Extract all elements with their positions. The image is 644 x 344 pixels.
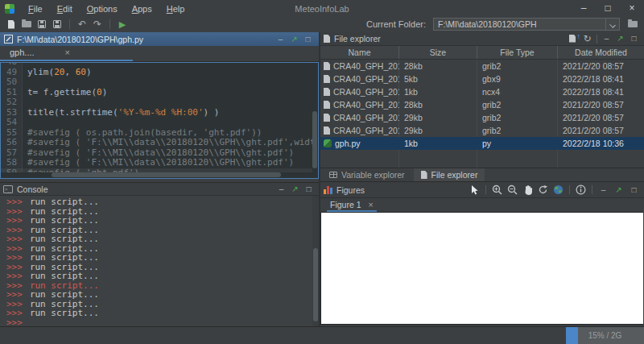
file-name: CRA40_GPH_2018012... [333, 100, 399, 110]
save-button[interactable] [35, 19, 48, 30]
panel-restore-icon[interactable]: □ [627, 33, 641, 44]
console-scrollbar[interactable] [312, 196, 319, 326]
new-file-icon [8, 20, 14, 29]
scrollbar-thumb[interactable] [313, 248, 318, 321]
code-token: #savefig ( 'F:\\MI\\data\\20180120\\GPH\… [27, 147, 294, 158]
window-minimize-button[interactable]: – [572, 0, 596, 18]
code-token: 60 [76, 67, 86, 77]
panel-minimize-icon[interactable]: – [600, 33, 613, 44]
scrollbar-thumb[interactable] [312, 111, 317, 168]
line-number: 52 [1, 97, 23, 108]
explorer-tab-bar: Variable explorer File explorer [320, 168, 644, 182]
figures-chart-icon [324, 186, 332, 194]
parent-folder-button[interactable] [567, 32, 580, 45]
info-button[interactable] [574, 184, 588, 197]
code-line: 49ylim(20, 60) [1, 68, 312, 78]
file-type-cell: grib2 [477, 100, 558, 110]
panel-restore-icon[interactable]: □ [301, 34, 315, 45]
panel-float-icon[interactable]: ↗ [612, 184, 625, 196]
menu-item-apps[interactable]: Apps [125, 0, 159, 18]
file-name: CRA40_GPH_2018012... [333, 87, 399, 97]
file-icon [324, 114, 330, 122]
open-folder-icon [22, 21, 31, 27]
open-file-button[interactable] [20, 19, 33, 30]
scrollbar-thumb[interactable] [52, 172, 282, 177]
editor-tab-gph[interactable]: gph.... × [0, 45, 133, 61]
window-maximize-button[interactable]: □ [596, 0, 620, 18]
figures-panel: Figures [320, 182, 644, 326]
tab-figure-1[interactable]: Figure 1 × [327, 198, 377, 212]
pointer-tool-button[interactable] [468, 184, 481, 197]
console-panel-controls: – ↗ □ [275, 184, 316, 195]
file-name: CRA40_GPH_2018012... [333, 126, 399, 135]
panel-minimize-icon[interactable]: – [274, 34, 287, 45]
browse-folder-button[interactable] [626, 19, 639, 30]
combobox-dropdown-icon[interactable] [605, 19, 619, 30]
current-folder-combobox[interactable]: F:\MI\data\20180120\GPH [433, 18, 620, 31]
tab-variable-explorer[interactable]: Variable explorer [322, 168, 412, 181]
menu-item-file[interactable]: File [21, 0, 50, 18]
column-header-filetype[interactable]: File Type [477, 46, 558, 59]
file-explorer-icon [324, 35, 330, 43]
run-script-button[interactable]: ▶ [116, 19, 129, 30]
code-editor[interactable]: 4849ylim(20, 60)5051t= f.gettime(0)5253t… [0, 62, 319, 179]
table-row[interactable]: CRA40_GPH_2018012...29kbgrib22021/2/20 0… [320, 124, 644, 137]
file-date-cell: 2022/2/18 10:36 [558, 139, 644, 148]
table-row[interactable]: CRA40_GPH_2018012...28kbgrib22021/2/20 0… [320, 98, 644, 111]
line-number: 50 [1, 77, 23, 88]
zoom-out-icon [507, 184, 518, 195]
file-name: gph.py [335, 139, 361, 148]
file-name: CRA40_GPH_2018012... [333, 61, 399, 71]
menu-item-edit[interactable]: Edit [50, 0, 80, 18]
panel-float-icon[interactable]: ↗ [613, 33, 627, 44]
table-row[interactable]: CRA40_GPH_2018012...28kbgrib22021/2/20 0… [320, 60, 644, 73]
panel-float-icon[interactable]: ↗ [287, 34, 301, 45]
refresh-icon[interactable]: ↻ [580, 33, 594, 44]
pan-tool-button[interactable] [521, 184, 535, 197]
file-date-cell: 2021/2/20 08:57 [558, 113, 644, 122]
rotate-tool-button[interactable] [536, 184, 550, 197]
table-row[interactable]: CRA40_GPH_2018012...5kbgbx92022/2/18 08:… [320, 73, 644, 85]
editor-vertical-scrollbar[interactable] [312, 64, 317, 172]
line-number: 54 [1, 118, 23, 128]
save-as-button[interactable] [51, 19, 64, 30]
code-text: ylim(20, 60) [23, 68, 92, 78]
column-header-name[interactable]: Name [320, 46, 399, 59]
panel-restore-icon[interactable]: □ [627, 184, 641, 196]
tab-close-icon[interactable]: × [369, 200, 374, 209]
column-header-size[interactable]: Size [399, 46, 477, 59]
table-row[interactable]: CRA40_GPH_2018012...29kbgrib22021/2/20 0… [320, 111, 644, 124]
zoom-in-button[interactable] [490, 184, 504, 197]
panel-float-icon[interactable]: ↗ [288, 184, 302, 195]
code-token: 0 [97, 87, 102, 97]
figure-canvas[interactable] [320, 212, 643, 325]
panel-restore-icon[interactable]: □ [302, 184, 316, 195]
file-table-body: CRA40_GPH_2018012...28kbgrib22021/2/20 0… [320, 60, 644, 168]
panel-minimize-icon[interactable]: – [275, 184, 288, 195]
panel-minimize-icon[interactable]: – [597, 184, 610, 196]
file-name-cell: CRA40_GPH_2018012... [320, 87, 399, 97]
menu-item-options[interactable]: Options [80, 0, 125, 18]
undo-button[interactable]: ↶ [76, 19, 89, 30]
column-header-date[interactable]: Date Modified [558, 46, 644, 59]
console-panel: >_ Console – ↗ □ >>>run script...>>>run … [0, 182, 319, 326]
redo-button[interactable]: ↷ [91, 19, 104, 30]
globe-tool-button[interactable] [551, 184, 565, 197]
tab-file-explorer[interactable]: File explorer [414, 168, 485, 181]
table-row[interactable]: gph.py1kbpy2022/2/18 10:36 [320, 137, 644, 150]
file-name-cell: CRA40_GPH_2018012... [320, 126, 399, 135]
table-row[interactable]: CRA40_GPH_2018012...1kbncx42022/2/18 08:… [320, 85, 644, 98]
menu-item-help[interactable]: Help [159, 0, 192, 18]
console-output[interactable]: >>>run script...>>>run script...>>>run s… [0, 196, 319, 326]
file-size-cell: 29kb [399, 126, 477, 135]
editor-horizontal-scrollbar[interactable] [2, 172, 312, 177]
file-name-cell: gph.py [320, 139, 399, 148]
tab-close-icon[interactable]: × [65, 48, 70, 57]
run-icon: ▶ [119, 20, 126, 29]
current-folder-value: F:\MI\data\20180120\GPH [434, 19, 605, 29]
undo-icon: ↶ [78, 19, 86, 29]
window-close-button[interactable]: × [620, 0, 644, 18]
zoom-out-button[interactable] [506, 184, 519, 197]
new-file-button[interactable] [5, 19, 18, 30]
current-folder-label: Current Folder: [366, 19, 431, 29]
